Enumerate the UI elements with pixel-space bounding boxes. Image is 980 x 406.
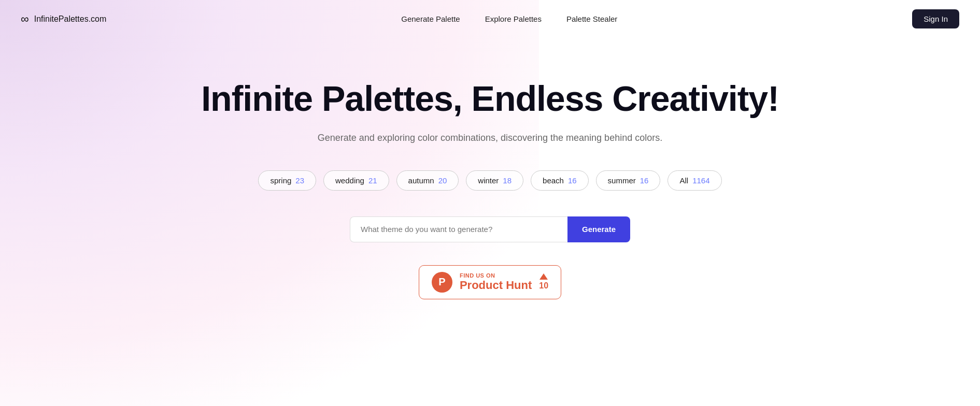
tag-wedding-count: 21 <box>368 176 377 185</box>
tag-wedding-label: wedding <box>335 176 364 185</box>
logo-link[interactable]: ∞ InfinitePalettes.com <box>21 13 106 25</box>
product-hunt-badge[interactable]: P FIND US ON Product Hunt 10 <box>419 265 561 299</box>
tag-beach-count: 16 <box>568 176 577 185</box>
tag-autumn-label: autumn <box>408 176 434 185</box>
upvote-arrow-icon <box>539 273 548 280</box>
product-hunt-find-us: FIND US ON <box>460 272 495 279</box>
tag-spring-label: spring <box>270 176 291 185</box>
tag-winter-count: 18 <box>503 176 512 185</box>
upvote-count: 10 <box>539 281 548 291</box>
hero-section: Infinite Palettes, Endless Creativity! G… <box>0 38 980 330</box>
product-hunt-upvote: 10 <box>539 273 548 291</box>
product-hunt-text: FIND US ON Product Hunt <box>460 272 532 292</box>
tag-wedding[interactable]: wedding 21 <box>323 170 389 191</box>
hero-title: Infinite Palettes, Endless Creativity! <box>21 79 959 118</box>
nav-generate-palette[interactable]: Generate Palette <box>401 15 460 23</box>
product-hunt-icon: P <box>432 272 452 293</box>
tag-autumn-count: 20 <box>438 176 447 185</box>
tag-spring-count: 23 <box>295 176 304 185</box>
nav-links: Generate Palette Explore Palettes Palett… <box>401 15 617 23</box>
tag-autumn[interactable]: autumn 20 <box>396 170 459 191</box>
search-row: Generate <box>21 216 959 242</box>
search-input[interactable] <box>350 216 567 242</box>
tag-all-count: 1164 <box>692 176 709 185</box>
nav-palette-stealer[interactable]: Palette Stealer <box>566 15 617 23</box>
tag-beach[interactable]: beach 16 <box>531 170 589 191</box>
nav-explore-palettes[interactable]: Explore Palettes <box>485 15 542 23</box>
signin-button[interactable]: Sign In <box>912 9 959 28</box>
tag-winter-label: winter <box>478 176 499 185</box>
tag-summer-count: 16 <box>640 176 649 185</box>
tag-all-label: All <box>679 176 688 185</box>
tag-summer[interactable]: summer 16 <box>596 170 661 191</box>
product-hunt-wrapper: P FIND US ON Product Hunt 10 <box>21 265 959 299</box>
product-hunt-name: Product Hunt <box>460 279 532 292</box>
navbar: ∞ InfinitePalettes.com Generate Palette … <box>0 0 980 38</box>
tag-summer-label: summer <box>608 176 636 185</box>
generate-button[interactable]: Generate <box>567 216 630 242</box>
logo-icon: ∞ <box>21 13 29 25</box>
tag-winter[interactable]: winter 18 <box>466 170 523 191</box>
hero-subtitle: Generate and exploring color combination… <box>21 133 959 143</box>
logo-text: InfinitePalettes.com <box>34 15 107 24</box>
tag-all[interactable]: All 1164 <box>667 170 721 191</box>
tags-row: spring 23 wedding 21 autumn 20 winter 18… <box>21 170 959 191</box>
tag-beach-label: beach <box>543 176 564 185</box>
tag-spring[interactable]: spring 23 <box>258 170 316 191</box>
